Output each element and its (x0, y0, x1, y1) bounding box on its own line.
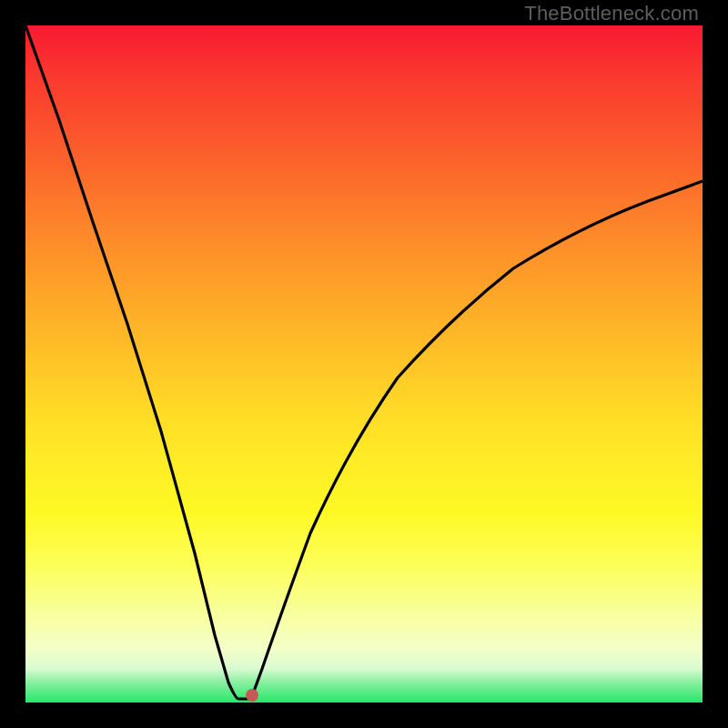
curve-layer (25, 25, 703, 703)
watermark-text: TheBottleneck.com (524, 2, 699, 25)
chart-frame: TheBottleneck.com (0, 0, 728, 728)
bottleneck-curve (25, 25, 703, 699)
marker-dot (246, 689, 258, 702)
plot-area (25, 25, 703, 703)
